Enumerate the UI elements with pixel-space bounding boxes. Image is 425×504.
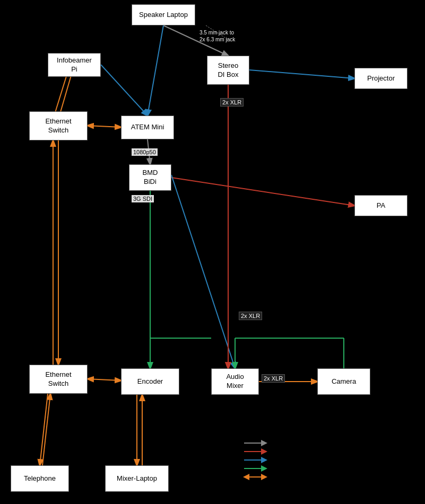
label-1080p50: 1080p50: [132, 148, 158, 156]
bmd-bidi-label: BMDBiDi: [143, 169, 158, 187]
pa-label: PA: [377, 201, 385, 210]
infobeamer-pi-box: InfobeamerPi: [48, 53, 101, 77]
legend-arrow-orange: [243, 474, 270, 480]
mixer-laptop-label: Mixer-Laptop: [117, 474, 157, 483]
camera-label: Camera: [332, 377, 356, 386]
stereo-di-box: StereoDI Box: [207, 56, 249, 85]
xlr-label-bot: 2x XLR: [262, 374, 285, 383]
projector-label: Projector: [367, 74, 395, 83]
svg-line-6: [101, 65, 148, 116]
ethernet-switch-bot-label: EthernetSwitch: [45, 370, 71, 388]
legend-arrow-green: [243, 465, 270, 472]
ethernet-switch-top-label: EthernetSwitch: [45, 117, 71, 135]
atem-mini-box: ATEM Mini: [121, 116, 174, 139]
camera-box: Camera: [317, 368, 370, 395]
speaker-laptop-box: Speaker Laptop: [132, 4, 195, 25]
projector-box: Projector: [354, 68, 407, 89]
legend: [243, 440, 270, 480]
ethernet-switch-top-box: EthernetSwitch: [29, 111, 88, 140]
encoder-label: Encoder: [137, 377, 163, 386]
svg-line-11: [171, 178, 354, 206]
svg-line-8: [88, 126, 121, 127]
mixer-laptop-box: Mixer-Laptop: [105, 465, 169, 492]
telephone-label: Telephone: [24, 474, 56, 483]
telephone-box: Telephone: [11, 465, 69, 492]
bmd-bidi-box: BMDBiDi: [129, 164, 171, 191]
svg-line-15: [88, 379, 121, 381]
infobeamer-pi-label: InfobeamerPi: [57, 56, 92, 74]
xlr-label-top: 2x XLR: [220, 98, 244, 107]
xlr-label-mid: 2x XLR: [239, 312, 262, 320]
label-3gsdi: 3G SDI: [132, 195, 154, 202]
svg-line-23: [42, 394, 50, 465]
ethernet-switch-bot-box: EthernetSwitch: [29, 365, 88, 394]
svg-line-22: [40, 394, 48, 465]
pa-box: PA: [354, 195, 407, 216]
speaker-laptop-label: Speaker Laptop: [139, 11, 188, 20]
legend-arrow-red: [243, 448, 270, 455]
svg-line-2: [249, 70, 354, 78]
svg-line-7: [148, 25, 163, 116]
audio-mixer-box: AudioMixer: [211, 368, 259, 395]
stereo-di-label: StereoDI Box: [218, 61, 238, 79]
atem-mini-label: ATEM Mini: [131, 123, 164, 132]
legend-arrow-gray: [243, 440, 270, 446]
legend-arrow-blue: [243, 457, 270, 463]
audio-mixer-label: AudioMixer: [226, 373, 244, 391]
svg-line-12: [171, 175, 235, 368]
jack-label: 3.5 mm jack to2x 6.3 mm jack: [200, 29, 235, 43]
encoder-box: Encoder: [121, 368, 179, 395]
